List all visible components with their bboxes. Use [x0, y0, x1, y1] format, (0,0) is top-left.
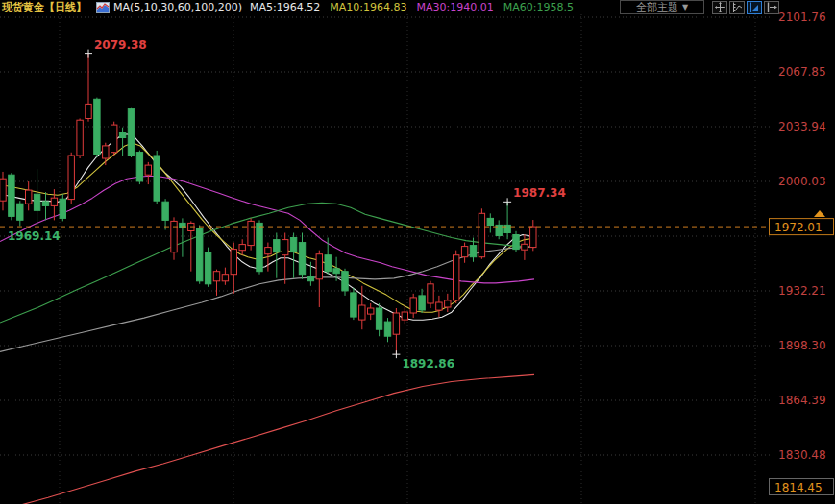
candle: [136, 151, 142, 184]
chart-header: 现货黄金【日线】 MA(5,10,30,60,100,200) MA5:1964…: [0, 0, 835, 14]
candle: [119, 128, 125, 156]
ma10-value: MA10:1964.83: [330, 0, 406, 14]
gridlines: [0, 14, 771, 504]
candle: [205, 248, 210, 287]
candle: [86, 54, 91, 122]
candle: [290, 233, 296, 278]
candle: [188, 221, 194, 271]
candle: [325, 238, 331, 275]
y-axis-label: 1864.39: [778, 394, 826, 407]
candle: [154, 151, 160, 204]
cross-marker: [85, 50, 92, 58]
candle: [231, 243, 236, 294]
candle: [299, 233, 305, 279]
y-axis-label: 2067.85: [778, 65, 826, 79]
candle: [0, 172, 6, 210]
y-axis-label: 1932.21: [778, 284, 826, 298]
candle: [316, 251, 322, 307]
candle: [239, 239, 245, 255]
price-annotation: 2079.38: [94, 38, 147, 52]
candle: [428, 281, 433, 308]
candle: [171, 217, 177, 259]
level-annotation: 1969.14: [8, 229, 61, 243]
trading-app-window: 现货黄金【日线】 MA(5,10,30,60,100,200) MA5:1964…: [0, 0, 835, 504]
candle: [222, 268, 228, 285]
line-chart-icon: [96, 2, 110, 13]
ma-params-label: MA(5,10,30,60,100,200): [113, 0, 242, 14]
candle: [504, 202, 510, 239]
candle: [393, 308, 399, 354]
y-axis-label: 2000.03: [778, 175, 826, 188]
candle: [384, 318, 390, 342]
candle: [257, 220, 262, 274]
candles: [0, 54, 536, 355]
ma-line-ma200: [19, 374, 534, 504]
theme-dropdown-label: 全部主题: [636, 0, 678, 14]
candle: [17, 201, 23, 226]
candle: [436, 296, 442, 317]
candle: [9, 173, 14, 220]
price-annotation: 1987.34: [513, 186, 566, 200]
cross-marker: [503, 198, 511, 205]
candle: [351, 288, 356, 320]
candle: [454, 251, 459, 303]
candle: [530, 220, 536, 251]
candle: [368, 303, 374, 320]
axis-pan-icon[interactable]: [729, 1, 745, 14]
candle: [60, 194, 65, 221]
bottom-axis-label: 1814.45: [774, 481, 823, 494]
ma60-value: MA60:1958.5: [503, 0, 574, 14]
y-axis-label: 1830.48: [778, 448, 826, 462]
candle: [111, 122, 117, 156]
candlestick-chart[interactable]: 2079.381987.341892.861969.142101.762067.…: [0, 0, 835, 504]
current-price-tag-label: 1972.01: [774, 221, 823, 234]
candle: [461, 243, 467, 263]
candle: [445, 294, 451, 312]
candle: [197, 225, 203, 283]
candle: [376, 303, 381, 336]
candle: [342, 269, 348, 296]
y-axis-label: 1898.30: [778, 339, 826, 352]
candle: [522, 234, 528, 260]
symbol-title: 现货黄金【日线】: [2, 0, 86, 14]
ma5-value: MA5:1964.52: [250, 0, 320, 14]
candle: [162, 199, 168, 229]
candle: [68, 153, 74, 204]
candle: [128, 108, 134, 157]
candle: [213, 270, 219, 296]
candle: [419, 289, 425, 313]
price-annotation: 1892.86: [402, 357, 454, 371]
candle: [410, 294, 416, 318]
chevron-down-icon: ▼: [682, 0, 688, 14]
y-axis-label: 2033.94: [778, 120, 826, 133]
candle: [487, 213, 493, 232]
candle: [479, 208, 484, 258]
price-up-arrow-icon: [814, 210, 825, 217]
candle: [513, 231, 519, 252]
candle: [103, 143, 109, 165]
exit-icon[interactable]: [764, 1, 779, 14]
candle: [42, 192, 48, 220]
candle: [248, 218, 254, 250]
theme-dropdown[interactable]: 全部主题 ▼: [620, 0, 704, 14]
axis-scale-icon[interactable]: [747, 1, 762, 14]
candle: [26, 181, 32, 210]
candle: [274, 233, 280, 278]
candle: [34, 169, 39, 225]
candle: [94, 98, 100, 157]
chart-toolbar: [712, 1, 781, 14]
candle: [77, 118, 83, 158]
ma30-value: MA30:1940.01: [417, 0, 494, 14]
candle: [180, 218, 185, 256]
crosshair-icon[interactable]: [712, 1, 727, 14]
cross-marker: [392, 350, 400, 358]
